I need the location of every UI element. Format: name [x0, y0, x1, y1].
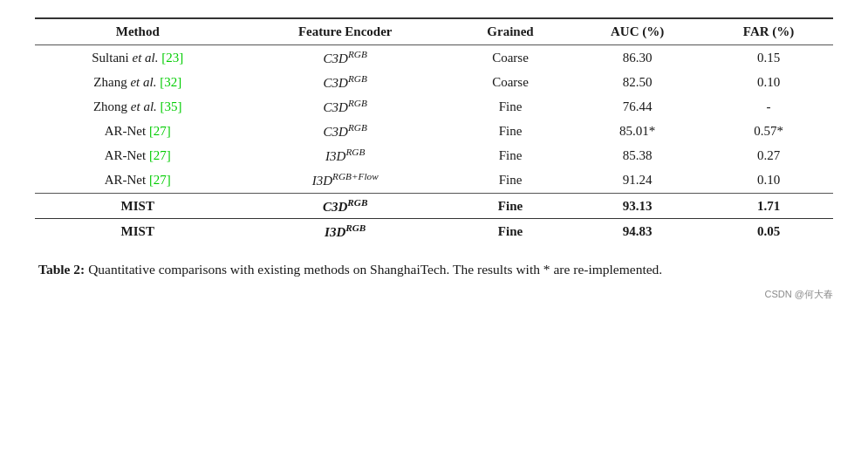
cell-auc: 85.01*	[571, 119, 704, 143]
cell-grained: Fine	[450, 119, 571, 143]
caption-text: Quantitative comparisons with existing m…	[85, 262, 662, 277]
table-row: MISTC3DRGBFine93.131.71	[35, 194, 833, 219]
cell-encoder: C3DRGB	[241, 45, 450, 71]
cell-method: AR-Net [27]	[35, 119, 241, 143]
cell-auc: 94.83	[571, 219, 704, 244]
cell-method: Zhang et al. [32]	[35, 70, 241, 94]
watermark: CSDN @何大春	[35, 288, 833, 301]
cell-auc: 86.30	[571, 45, 704, 71]
cell-encoder: C3DRGB	[241, 94, 450, 119]
col-header-grained: Grained	[450, 18, 571, 45]
cell-encoder: I3DRGB+Flow	[241, 168, 450, 194]
table-row: AR-Net [27]C3DRGBFine85.01*0.57*	[35, 119, 833, 143]
cell-grained: Coarse	[450, 45, 571, 71]
table-header-row: Method Feature Encoder Grained AUC (%) F…	[35, 18, 833, 45]
cell-method: AR-Net [27]	[35, 168, 241, 194]
cell-method: MIST	[35, 194, 241, 219]
cell-far: 0.57*	[704, 119, 833, 143]
cell-method: Sultani et al. [23]	[35, 45, 241, 71]
cell-grained: Fine	[450, 168, 571, 194]
cell-far: 0.05	[704, 219, 833, 244]
cell-far: 0.27	[704, 143, 833, 168]
cell-far: 1.71	[704, 194, 833, 219]
cell-grained: Fine	[450, 143, 571, 168]
cell-auc: 93.13	[571, 194, 704, 219]
cell-grained: Fine	[450, 219, 571, 244]
table-row: AR-Net [27]I3DRGB+FlowFine91.240.10	[35, 168, 833, 194]
cell-encoder: I3DRGB	[241, 219, 450, 244]
table-container: Method Feature Encoder Grained AUC (%) F…	[35, 17, 833, 243]
table-row: MISTI3DRGBFine94.830.05	[35, 219, 833, 244]
cell-far: 0.10	[704, 70, 833, 94]
col-header-far: FAR (%)	[704, 18, 833, 45]
col-header-auc: AUC (%)	[571, 18, 704, 45]
table-caption: Table 2: Quantitative comparisons with e…	[35, 259, 833, 279]
table-row: Zhong et al. [35]C3DRGBFine76.44-	[35, 94, 833, 119]
cell-encoder: C3DRGB	[241, 70, 450, 94]
cell-auc: 82.50	[571, 70, 704, 94]
cell-far: 0.10	[704, 168, 833, 194]
cell-auc: 85.38	[571, 143, 704, 168]
cell-method: MIST	[35, 219, 241, 244]
cell-grained: Coarse	[450, 70, 571, 94]
cell-encoder: C3DRGB	[241, 194, 450, 219]
cell-encoder: I3DRGB	[241, 143, 450, 168]
cell-encoder: C3DRGB	[241, 119, 450, 143]
cell-auc: 76.44	[571, 94, 704, 119]
cell-far: 0.15	[704, 45, 833, 71]
cell-method: Zhong et al. [35]	[35, 94, 241, 119]
caption-label: Table 2:	[38, 262, 85, 277]
cell-far: -	[704, 94, 833, 119]
comparison-table: Method Feature Encoder Grained AUC (%) F…	[35, 17, 833, 243]
cell-grained: Fine	[450, 194, 571, 219]
table-row: AR-Net [27]I3DRGBFine85.380.27	[35, 143, 833, 168]
col-header-encoder: Feature Encoder	[241, 18, 450, 45]
cell-method: AR-Net [27]	[35, 143, 241, 168]
table-row: Zhang et al. [32]C3DRGBCoarse82.500.10	[35, 70, 833, 94]
cell-auc: 91.24	[571, 168, 704, 194]
col-header-method: Method	[35, 18, 241, 45]
cell-grained: Fine	[450, 94, 571, 119]
table-row: Sultani et al. [23]C3DRGBCoarse86.300.15	[35, 45, 833, 71]
